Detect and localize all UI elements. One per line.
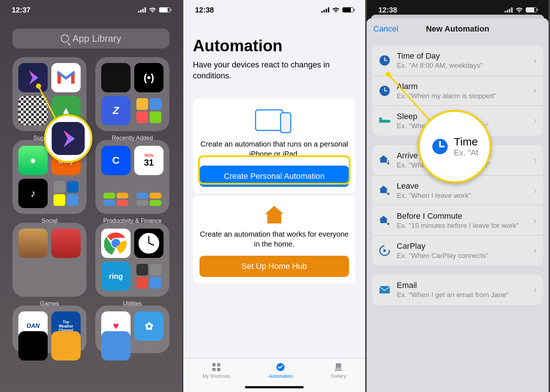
row-time-of-day[interactable]: Time of DayEx. "At 8:00 AM, weekdays" › [373, 45, 543, 75]
app-messages[interactable]: ● [18, 146, 48, 175]
folder-recently-added[interactable]: (•) Z Recently Added [95, 57, 169, 131]
chevron-right-icon: › [534, 284, 537, 296]
tab-automation[interactable]: Automation [268, 362, 293, 379]
svg-point-18 [387, 223, 389, 225]
home-indicator[interactable] [245, 386, 304, 388]
automation-icon [275, 362, 286, 372]
app-gmail[interactable] [51, 63, 81, 92]
panel-app-library: 12:37 App Library ▲ Suggestions [0, 0, 183, 392]
app-zotero[interactable]: Z [101, 96, 131, 125]
status-bar: 12:38 [367, 0, 549, 20]
row-email[interactable]: EmailEx. "When I get an email from Jane"… [373, 275, 543, 305]
nav-bar: Cancel New Automation [367, 18, 549, 40]
chevron-right-icon: › [534, 55, 537, 66]
app-unknown2[interactable] [51, 331, 81, 360]
battery-icon [526, 7, 537, 12]
app-tiktok[interactable]: ♪ [18, 179, 48, 208]
battery-icon [342, 7, 353, 12]
row-sub: Ex. "When I get an email from Jane" [397, 291, 528, 299]
row-sub: Ex. "When my alarm is stopped" [397, 92, 528, 100]
chevron-right-icon: › [534, 155, 537, 166]
app-calendar[interactable]: MON31 [134, 146, 164, 175]
row-sub: Ex. "When I leave work" [397, 192, 528, 200]
app-chrome[interactable] [101, 229, 131, 258]
house-leave-icon [378, 184, 391, 197]
svg-rect-6 [280, 113, 291, 133]
card-home-hub: Create an automation that works for ever… [193, 196, 356, 284]
carplay-icon [378, 244, 391, 257]
modal-sheet: Cancel New Automation Time of DayEx. "At… [367, 18, 549, 392]
app-unknown1[interactable] [18, 331, 48, 360]
svg-rect-15 [379, 118, 382, 120]
battery-icon [159, 7, 170, 12]
status-bar: 12:37 [0, 0, 182, 20]
tab-label: Gallery [331, 373, 346, 379]
setup-home-hub-button[interactable]: Set Up Home Hub [199, 256, 349, 277]
house-arrive-icon [378, 154, 391, 166]
folder-games[interactable]: Games [12, 223, 87, 297]
row-title: Email [397, 281, 528, 290]
app-game2[interactable] [51, 229, 81, 258]
svg-rect-8 [217, 363, 220, 366]
folder-utilities[interactable]: ring Utilities [95, 223, 169, 297]
app-cod[interactable]: (•) [134, 63, 164, 92]
create-personal-automation-button[interactable]: Create Personal Automation [199, 166, 349, 187]
devices-icon [199, 108, 349, 134]
row-title: Leave [397, 181, 528, 191]
cancel-button[interactable]: Cancel [373, 24, 398, 34]
svg-rect-5 [256, 110, 283, 130]
svg-point-16 [387, 162, 389, 164]
app-game1[interactable] [18, 229, 48, 258]
folder-mini[interactable] [51, 179, 81, 208]
cellular-icon [505, 7, 513, 12]
row-before-commute[interactable]: Before I CommuteEx. "15 minutes before I… [373, 205, 543, 235]
status-time: 12:38 [378, 6, 397, 14]
app-ring[interactable]: ring [101, 262, 131, 291]
folder-mini[interactable] [134, 96, 164, 125]
folder-mini[interactable] [134, 191, 164, 208]
app-library-search[interactable]: App Library [12, 29, 169, 48]
tab-label: Automation [268, 373, 293, 379]
row-title: CarPlay [397, 241, 528, 251]
card-text: Create an automation that works for ever… [199, 229, 349, 249]
row-carplay[interactable]: CarPlayEx. "When CarPlay connects" › [373, 235, 543, 265]
status-icons [138, 7, 170, 13]
status-time: 12:37 [12, 6, 30, 14]
gallery-icon [333, 362, 344, 372]
app-unknown3[interactable] [101, 331, 131, 360]
row-alarm[interactable]: AlarmEx. "When my alarm is stopped" › [373, 75, 543, 106]
status-time: 12:38 [195, 6, 214, 14]
row-sub: Ex. "At 8:00 AM, weekdays" [397, 62, 528, 70]
status-icons [321, 7, 353, 13]
clock-icon [378, 54, 391, 67]
tab-my-shortcuts[interactable]: My Shortcuts [202, 362, 230, 379]
cellular-icon [321, 7, 329, 12]
folder-productivity[interactable]: C MON31 Productivity & Finance [95, 140, 169, 214]
grid-icon [211, 362, 222, 372]
chevron-right-icon: › [534, 85, 537, 96]
zoom-sub: Ex. "At [454, 148, 478, 158]
wifi-icon [149, 7, 156, 13]
app-photo[interactable] [18, 96, 48, 125]
row-title: Before I Commute [397, 211, 528, 221]
highlight-time-of-day: Time Ex. "At [418, 110, 491, 183]
trigger-group-comm: EmailEx. "When I get an email from Jane"… [373, 275, 543, 305]
tab-label: My Shortcuts [202, 373, 230, 379]
row-title: Alarm [397, 82, 528, 91]
folder-partial-1[interactable]: OAN TheWeatherChannel [12, 306, 87, 353]
chevron-right-icon: › [534, 215, 537, 226]
app-portrait[interactable] [101, 63, 131, 92]
clock-icon [378, 85, 391, 97]
app-coinbase[interactable]: C [101, 146, 131, 175]
chevron-right-icon: › [534, 115, 537, 126]
chevron-right-icon: › [534, 245, 537, 256]
row-sub: Ex. "When CarPlay connects" [397, 252, 528, 260]
folder-mini[interactable] [134, 262, 164, 291]
svg-point-17 [387, 193, 389, 195]
folder-partial-2[interactable]: ♥ ✿ [95, 306, 169, 353]
app-clock[interactable] [134, 229, 164, 258]
tab-gallery[interactable]: Gallery [331, 362, 346, 379]
app-shortcuts[interactable] [18, 63, 48, 92]
folder-mini[interactable] [101, 191, 131, 208]
clock-icon [431, 138, 449, 155]
